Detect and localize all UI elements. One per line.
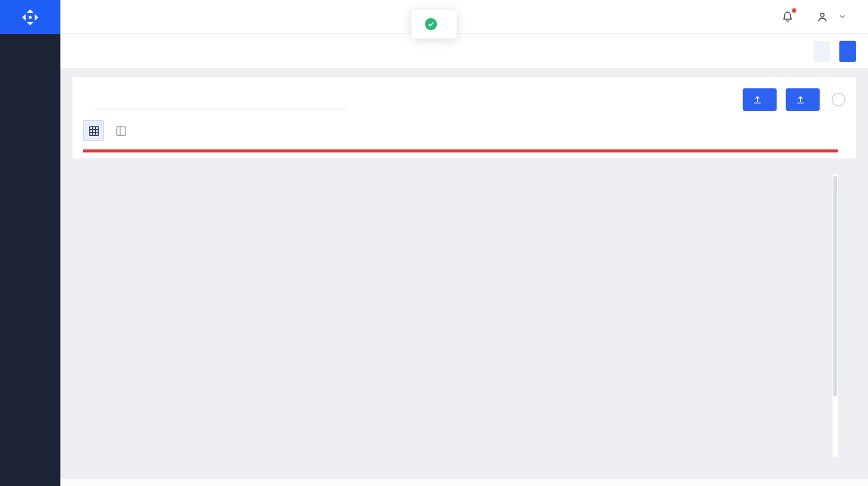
sidebar-nav: [0, 34, 60, 54]
success-check-icon: [425, 18, 437, 30]
topbar-right: [780, 10, 847, 24]
page-header: [60, 34, 868, 68]
main-area: [60, 0, 868, 486]
dataset-form-row: [83, 86, 845, 113]
replace-data-button[interactable]: [786, 88, 820, 111]
vertical-scrollbar[interactable]: [832, 174, 838, 457]
page-actions: [814, 41, 856, 62]
help-icon[interactable]: [832, 93, 845, 106]
toast-success: [411, 10, 457, 38]
view-toolbar: [83, 119, 845, 142]
scrollbar-thumb[interactable]: [833, 176, 837, 396]
user-icon: [816, 11, 829, 23]
finebi-logo[interactable]: [0, 0, 60, 34]
finebi-logo-icon: [20, 8, 40, 27]
chevron-down-icon: [838, 12, 847, 21]
content-area: [60, 68, 868, 486]
grid-view-toggle[interactable]: [83, 120, 104, 141]
confirm-button[interactable]: [839, 41, 856, 62]
horizontal-scrollbar-track[interactable]: [60, 478, 868, 486]
pane-view-icon: [115, 125, 128, 137]
grid-view-icon: [88, 125, 100, 137]
top-header: [60, 0, 868, 34]
upload-icon: [753, 95, 762, 105]
upload-icon: [796, 95, 805, 105]
notification-badge: [791, 8, 797, 14]
cancel-button[interactable]: [814, 41, 830, 62]
sidebar: [0, 0, 60, 486]
app-root: [0, 0, 868, 486]
user-menu[interactable]: [816, 11, 847, 23]
append-data-button[interactable]: [743, 88, 777, 111]
pane-view-toggle[interactable]: [110, 120, 131, 141]
dataset-card: [72, 77, 856, 158]
table-name-input[interactable]: [94, 90, 346, 109]
appended-rows-highlight: [83, 149, 838, 152]
notification-bell-icon[interactable]: [780, 10, 795, 24]
